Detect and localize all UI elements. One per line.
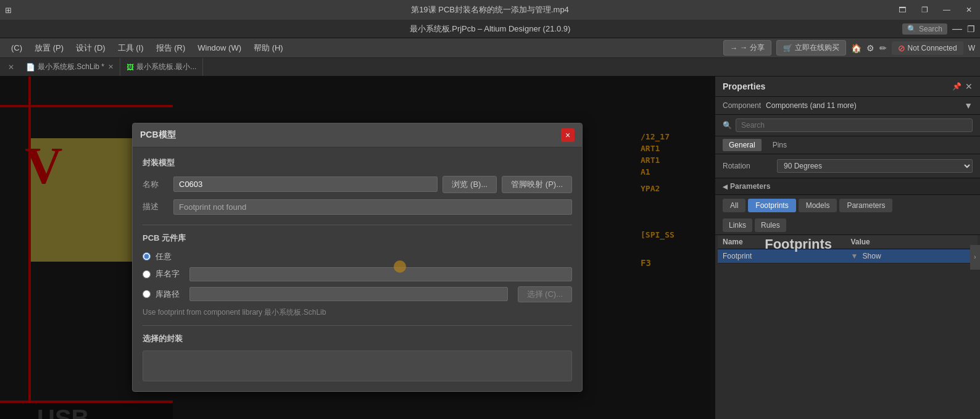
tab-close-all-btn[interactable]: ✕ xyxy=(5,61,17,73)
tab-schlib-close[interactable]: ✕ xyxy=(108,63,114,71)
menu-item-report[interactable]: 报告 (R) xyxy=(150,40,192,56)
radio-any[interactable] xyxy=(143,252,151,260)
param-btn-models[interactable]: Models xyxy=(799,199,837,212)
menu-item-help[interactable]: 帮助 (H) xyxy=(247,40,289,56)
not-connected-badge: ⊘ Not Connected xyxy=(892,41,963,55)
prop-search-area: 🔍 xyxy=(715,115,980,136)
menu-item-tools[interactable]: 工具 (I) xyxy=(112,40,150,56)
divider1 xyxy=(143,225,572,225)
brush-icon[interactable]: ✏ xyxy=(879,43,887,53)
properties-close-icon[interactable]: ✕ xyxy=(965,81,973,91)
footprints-label: Footprints xyxy=(765,236,832,252)
prop-tabs: General Pins xyxy=(715,136,980,154)
radio-libpath-label: 库路径 xyxy=(156,289,180,300)
pcb-canvas[interactable]: V USB /12_17 ART1 ART1 A1 YPA2 [SPI_SS F… xyxy=(0,77,715,419)
menu-item-design[interactable]: 设计 (D) xyxy=(70,40,112,56)
name-input[interactable] xyxy=(173,176,438,192)
link-buttons-row: Links Rules xyxy=(715,216,980,235)
param-buttons: All Footprints Models Parameters xyxy=(715,195,980,216)
pin-map-btn[interactable]: 管脚映射 (P)... xyxy=(502,176,572,193)
selected-footprint-area xyxy=(143,351,572,381)
buy-icon: 🛒 xyxy=(783,44,792,52)
dialog-close-btn[interactable]: × xyxy=(561,128,575,142)
prop-search-input[interactable] xyxy=(736,118,973,132)
table-row[interactable]: Footprint ▼ Show xyxy=(718,249,978,263)
dropdown-arrow-icon: ▼ xyxy=(850,252,858,260)
restore-btn[interactable]: ❐ xyxy=(913,0,936,20)
col-header-value: Value xyxy=(845,235,978,249)
maximize-btn[interactable]: — xyxy=(936,0,958,20)
radio-libpath[interactable] xyxy=(143,290,151,298)
params-table-container: Name Value Footprint ▼ Show xyxy=(715,235,980,263)
app-title: 最小系统板.PrjPcb – Altium Designer (21.0.9) xyxy=(410,23,571,35)
radio-libname-label: 库名字 xyxy=(156,268,180,280)
row-value-cell: ▼ Show xyxy=(845,249,978,263)
search-icon: 🔍 xyxy=(907,25,916,33)
tab-schlib-label: 最小系统板.SchLib * xyxy=(38,62,104,72)
home-icon[interactable]: 🏠 xyxy=(851,43,862,53)
properties-pin-icon[interactable]: 📌 xyxy=(952,82,961,91)
section1-title: 封装模型 xyxy=(143,157,572,168)
use-footprint-note: Use footprint from component library 最小系… xyxy=(143,307,572,318)
restore-icon[interactable]: ⊞ xyxy=(5,6,12,15)
radio-row-1: 任意 xyxy=(143,251,572,262)
desc-input[interactable] xyxy=(173,199,572,215)
minimize-btn[interactable]: 🗖 xyxy=(891,0,913,20)
tab-pcb[interactable]: 🖼 最小系统板.最小... xyxy=(120,58,203,76)
dialog-overlay: PCB模型 × 封装模型 名称 浏览 (B)... 管脚映射 (P)... xyxy=(0,77,715,419)
wifi-icon: ⊘ xyxy=(898,43,905,53)
name-label: 名称 xyxy=(143,179,173,190)
rotation-select[interactable]: 90 Degrees 0 Degrees 180 Degrees 270 Deg… xyxy=(777,159,973,173)
libname-input[interactable] xyxy=(189,267,572,281)
properties-header: Properties 📌 ✕ xyxy=(715,77,980,97)
links-btn[interactable]: Links xyxy=(723,218,752,232)
tab-schlib[interactable]: 📄 最小系统板.SchLib * ✕ xyxy=(20,58,120,76)
parameters-label: Parameters xyxy=(730,182,770,191)
top-search-bar[interactable]: 🔍 Search xyxy=(902,23,947,35)
menu-item-place[interactable]: 放置 (P) xyxy=(28,40,70,56)
libpath-input[interactable] xyxy=(189,287,508,301)
filter-icon[interactable]: ▼ xyxy=(964,101,973,110)
tab-general[interactable]: General xyxy=(723,139,762,151)
prop-search-icon: 🔍 xyxy=(723,121,732,130)
param-btn-footprints[interactable]: Footprints xyxy=(748,199,795,212)
close-window-btn[interactable]: ✕ xyxy=(958,0,980,20)
buy-btn[interactable]: 🛒 立即在线购买 xyxy=(776,40,846,56)
title-bar-controls: 🗖 ❐ — ✕ xyxy=(891,0,980,20)
menu-item-c[interactable]: (C) xyxy=(5,41,28,55)
rules-btn[interactable]: Rules xyxy=(755,218,786,232)
restore-btn2[interactable]: ❐ xyxy=(967,24,975,34)
row-value-show: Show xyxy=(863,252,881,260)
window-title: 第19课 PCB封装名称的统一添加与管理.mp4 xyxy=(411,4,569,15)
minimize-btn2[interactable]: — xyxy=(952,23,962,35)
tab-schlib-icon: 📄 xyxy=(26,63,35,72)
rotation-label: Rotation xyxy=(723,162,772,170)
dialog-body: 封装模型 名称 浏览 (B)... 管脚映射 (P)... 描述 xyxy=(133,147,582,391)
radio-row-3: 库路径 选择 (C)... xyxy=(143,286,572,302)
menu-item-window[interactable]: Window (W) xyxy=(191,41,247,55)
share-btn[interactable]: → → 分享 xyxy=(723,40,771,56)
section2-title: PCB 元件库 xyxy=(143,233,572,244)
param-btn-all[interactable]: All xyxy=(723,199,745,212)
tab-pins[interactable]: Pins xyxy=(766,139,793,151)
divider2 xyxy=(143,325,572,326)
browse-btn[interactable]: 浏览 (B)... xyxy=(442,176,497,193)
params-table: Name Value Footprint ▼ Show xyxy=(718,235,978,263)
pcb-model-dialog: PCB模型 × 封装模型 名称 浏览 (B)... 管脚映射 (P)... xyxy=(132,123,583,392)
triangle-icon: ◀ xyxy=(723,183,728,190)
parameters-section-header: ◀ Parameters xyxy=(715,178,980,195)
right-scroll-btn[interactable]: › xyxy=(970,245,980,270)
components-more-label: Components (and 11 more) xyxy=(766,101,959,110)
radio-libname[interactable] xyxy=(143,270,151,278)
settings-icon[interactable]: ⚙ xyxy=(866,43,874,53)
radio-row-2: 库名字 xyxy=(143,267,572,281)
search-label: Search xyxy=(919,25,942,33)
select-btn[interactable]: 选择 (C)... xyxy=(518,286,573,302)
rotation-row: Rotation 90 Degrees 0 Degrees 180 Degree… xyxy=(715,154,980,178)
row-name-value: Footprint xyxy=(723,252,752,260)
section3-title: 选择的封装 xyxy=(143,333,572,344)
param-btn-parameters[interactable]: Parameters xyxy=(839,199,892,212)
desc-row: 描述 xyxy=(143,199,572,215)
main-area: V USB /12_17 ART1 ART1 A1 YPA2 [SPI_SS F… xyxy=(0,77,980,419)
radio-group: 任意 库名字 库路径 选择 (C)... xyxy=(143,251,572,302)
